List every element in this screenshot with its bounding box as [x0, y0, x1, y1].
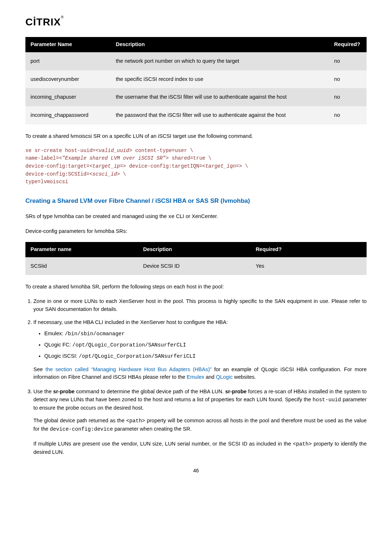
cell-param: incoming_chappassword: [25, 106, 111, 124]
cell-param: port: [25, 52, 111, 70]
table-row: incoming_chappassword the password that …: [25, 106, 367, 124]
intro-paragraph-1: To create a shared lvmoiscsi SR on a spe…: [25, 132, 367, 140]
hba-cli-list: Emulex: /bin/sbin/ocmanager QLogic FC: /…: [44, 330, 367, 360]
table-row: port the network port number on which to…: [25, 52, 367, 70]
code-block-sr-create: xe sr-create host-uuid=<valid_uuid> cont…: [25, 147, 367, 186]
citrix-logo: CİTRIX®: [25, 15, 367, 30]
link-hba-section[interactable]: the section called “Managing Hardware Ho…: [45, 366, 212, 372]
global-device-path-paragraph: The global device path returned as the <…: [33, 417, 367, 434]
steps-list: Zone in one or more LUNs to each XenServ…: [33, 297, 367, 456]
paragraph-lvmohba-intro: SRs of type lvmohba can be created and m…: [25, 213, 367, 221]
cell-param: SCSIid: [25, 257, 138, 275]
page-number: 46: [25, 467, 367, 475]
th-desc: Description: [138, 242, 250, 257]
cell-desc: the username that the iSCSI filter will …: [111, 88, 329, 106]
th-param: Parameter name: [25, 242, 138, 257]
multiple-luns-paragraph: If multiple LUNs are present use the ven…: [33, 440, 367, 456]
cell-desc: the specific iSCSI record index to use: [111, 70, 329, 89]
list-item: QLogic FC: /opt/QLogic_Corporation/SANsu…: [44, 341, 367, 349]
link-qlogic[interactable]: QLogic: [216, 374, 233, 380]
cell-req: no: [329, 106, 367, 124]
intro-steps: To create a shared lvmohba SR, perform t…: [25, 283, 367, 291]
list-item: Zone in one or more LUNs to each XenServ…: [33, 297, 367, 313]
list-item: Use the sr-probe command to determine th…: [33, 388, 367, 456]
list-item: Emulex: /bin/sbin/ocmanager: [44, 330, 367, 338]
paragraph-device-config: Device-config parameters for lvmohba SRs…: [25, 227, 367, 235]
parameter-table-2: Parameter name Description Required? SCS…: [25, 242, 367, 275]
th-req: Required?: [329, 37, 367, 52]
list-item: If necessary, use the HBA CLI included i…: [33, 319, 367, 382]
cell-desc: the password that the iSCSI filter will …: [111, 106, 329, 124]
cell-param: incoming_chapuser: [25, 88, 111, 106]
cell-req: no: [329, 52, 367, 70]
cell-desc: Device SCSI ID: [138, 257, 250, 275]
parameter-table-1: Parameter Name Description Required? por…: [25, 37, 367, 124]
th-req: Required?: [250, 242, 367, 257]
table-row: usediscoverynumber the specific iSCSI re…: [25, 70, 367, 89]
section-heading-lvmohba: Creating a Shared LVM over Fibre Channel…: [25, 196, 367, 206]
cell-desc: the network port number on which to quer…: [111, 52, 329, 70]
cell-req: no: [329, 70, 367, 89]
th-param: Parameter Name: [25, 37, 111, 52]
table-row: SCSIid Device SCSI ID Yes: [25, 257, 367, 275]
cell-req: no: [329, 88, 367, 106]
th-desc: Description: [111, 37, 329, 52]
link-emulex[interactable]: Emulex: [187, 374, 204, 380]
cell-param: usediscoverynumber: [25, 70, 111, 89]
list-item: QLogic iSCSI: /opt/QLogic_Corporation/SA…: [44, 352, 367, 361]
table-row: incoming_chapuser the username that the …: [25, 88, 367, 106]
cell-req: Yes: [250, 257, 367, 275]
hba-see-paragraph: See the section called “Managing Hardwar…: [33, 366, 367, 382]
